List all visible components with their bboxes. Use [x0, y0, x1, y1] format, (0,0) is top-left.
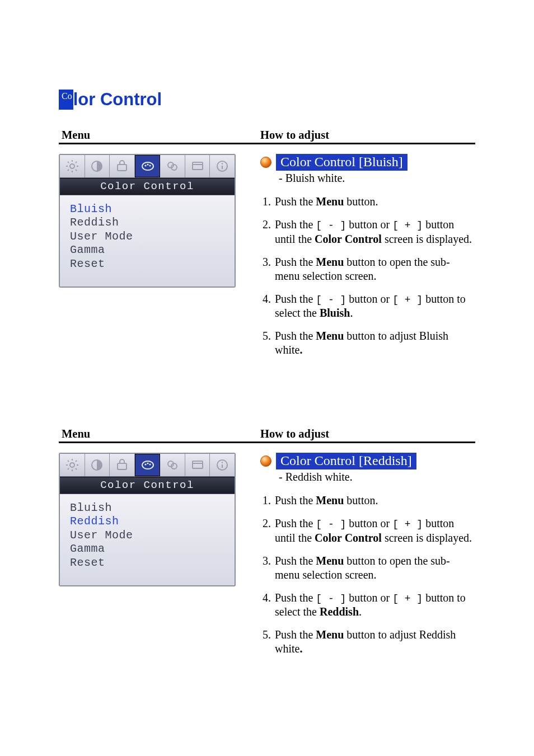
svg-point-14 — [149, 165, 151, 166]
brightness-icon — [60, 454, 85, 476]
position-icon — [160, 155, 185, 177]
osd-panel: Color Control Bluish Reddish User Mode G… — [59, 154, 236, 288]
osd-tab-strip — [60, 155, 235, 178]
col-header-adjust: How to adjust — [260, 428, 475, 440]
info-icon — [210, 454, 235, 476]
step-number: 2. — [263, 516, 275, 545]
step-text: Push the [ - ] button or [ + ] button un… — [275, 516, 475, 545]
menu-icon — [185, 454, 210, 476]
step-number: 3. — [263, 554, 275, 582]
steps-list: 1. Push the Menu button. 2. Push the [ -… — [260, 195, 475, 357]
step-text: Push the [ - ] button or [ + ] button to… — [275, 591, 475, 619]
color-icon — [135, 454, 161, 476]
step-text: Push the Menu button to open the sub-men… — [275, 554, 475, 582]
svg-point-13 — [147, 163, 148, 165]
svg-line-27 — [68, 461, 69, 462]
step-number: 4. — [263, 591, 275, 619]
osd-item-list: Bluish Reddish User Mode Gamma Reset — [60, 494, 235, 585]
step-number: 1. — [263, 494, 275, 508]
osd-item: Bluish — [70, 203, 224, 216]
column-headers: Menu How to adjust — [59, 428, 475, 443]
col-header-menu: Menu — [59, 428, 260, 440]
svg-line-6 — [76, 170, 77, 171]
osd-item: Gamma — [70, 243, 224, 257]
step-number: 3. — [263, 255, 275, 283]
step-number: 5. — [263, 628, 275, 656]
osd-title: Color Control — [60, 178, 235, 195]
svg-line-28 — [76, 468, 77, 469]
contrast-icon — [85, 454, 110, 476]
osd-panel: Color Control Bluish Reddish User Mode G… — [59, 453, 236, 586]
image-lock-icon — [110, 454, 135, 476]
col-header-adjust: How to adjust — [260, 129, 475, 142]
svg-point-21 — [222, 163, 223, 165]
title-rest: lor Control — [73, 90, 162, 110]
svg-point-34 — [144, 463, 146, 465]
osd-title: Color Control — [60, 477, 235, 494]
title-highlight: Co — [59, 90, 73, 110]
position-icon — [160, 454, 185, 476]
step-number: 5. — [263, 329, 275, 357]
svg-line-7 — [76, 162, 77, 163]
svg-point-11 — [142, 162, 153, 170]
column-headers: Menu How to adjust — [59, 129, 475, 144]
svg-line-29 — [76, 461, 77, 462]
sub-heading: Color Control [Bluish] — [276, 154, 407, 171]
step-text: Push the Menu button. — [275, 494, 475, 508]
section-reddish: Menu How to adjust Color Control — [59, 428, 475, 665]
svg-point-35 — [147, 462, 148, 464]
svg-rect-10 — [118, 165, 127, 171]
osd-item: Reset — [70, 257, 224, 271]
svg-rect-39 — [193, 461, 203, 468]
sub-description: - Reddish white. — [279, 471, 475, 483]
menu-icon — [185, 155, 210, 177]
osd-item: User Mode — [70, 529, 224, 542]
osd-item-list: Bluish Reddish User Mode Gamma Reset — [60, 195, 235, 287]
osd-item: User Mode — [70, 230, 224, 243]
osd-item: Reddish — [70, 515, 224, 528]
svg-rect-17 — [193, 162, 203, 170]
osd-item: Bluish — [70, 501, 224, 515]
svg-line-30 — [68, 468, 69, 469]
svg-point-22 — [70, 463, 74, 467]
sub-heading: Color Control [Reddish] — [276, 453, 416, 469]
step-number: 4. — [263, 292, 275, 321]
step-number: 2. — [263, 218, 275, 246]
svg-point-12 — [144, 165, 146, 166]
step-text: Push the Menu button to open the sub-men… — [275, 255, 475, 283]
svg-point-0 — [70, 164, 74, 168]
step-text: Push the [ - ] button or [ + ] button un… — [275, 218, 475, 246]
image-lock-icon — [110, 155, 135, 177]
step-text: Push the Menu button. — [275, 195, 475, 209]
bullet-icon — [260, 157, 271, 168]
svg-point-43 — [222, 462, 223, 463]
brightness-icon — [60, 155, 85, 177]
section-bluish: Menu How to adjust Color Control — [59, 129, 475, 366]
contrast-icon — [85, 155, 110, 177]
page-title: Color Control — [59, 90, 475, 110]
svg-point-36 — [149, 463, 151, 465]
step-text: Push the Menu button to adjust Reddish w… — [275, 628, 475, 656]
osd-item: Gamma — [70, 542, 224, 556]
steps-list: 1. Push the Menu button. 2. Push the [ -… — [260, 494, 475, 656]
step-number: 1. — [263, 195, 275, 209]
osd-item: Reset — [70, 556, 224, 570]
svg-line-8 — [68, 170, 69, 171]
step-text: Push the [ - ] button or [ + ] button to… — [275, 292, 475, 321]
osd-item: Reddish — [70, 216, 224, 229]
osd-tab-strip — [60, 454, 235, 477]
svg-rect-32 — [118, 463, 127, 469]
info-icon — [210, 155, 235, 177]
bullet-icon — [260, 456, 271, 467]
svg-point-33 — [142, 461, 153, 469]
step-text: Push the Menu button to adjust Bluish wh… — [275, 329, 475, 357]
svg-line-5 — [68, 162, 69, 163]
col-header-menu: Menu — [59, 129, 260, 142]
sub-description: - Bluish white. — [279, 172, 475, 185]
color-icon — [135, 155, 161, 177]
